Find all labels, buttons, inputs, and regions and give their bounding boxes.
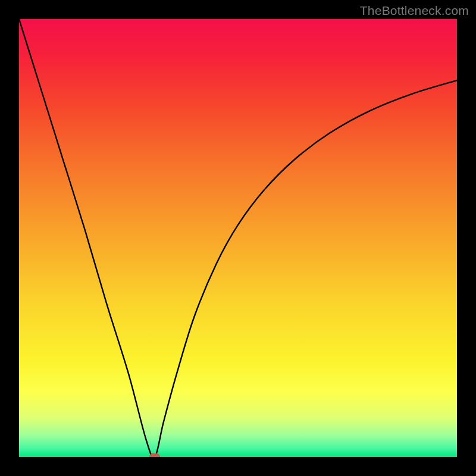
plot-area [19,19,457,457]
watermark-text: TheBottleneck.com [360,4,469,18]
bottleneck-curve [19,19,457,457]
chart-frame: TheBottleneck.com [0,0,476,476]
optimal-point-marker [149,453,160,457]
